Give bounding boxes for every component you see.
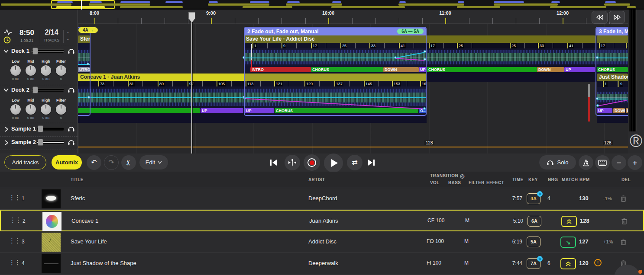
skip-to-end-button[interactable] <box>367 159 375 166</box>
track-row-1[interactable]: ⋮⋮ 1 Sferic DeepChord 7:57 4A 4 130 -1% <box>0 188 644 210</box>
drag-handle[interactable]: ⋮⋮ <box>10 216 21 224</box>
snap-playhead-button[interactable] <box>285 155 300 170</box>
bpm-value-label: 128 <box>424 141 434 145</box>
deck1-filter-knob[interactable]: Filter0 <box>54 59 68 81</box>
deck1-low-knob[interactable]: Low0 dB <box>8 59 23 81</box>
zoom-in-button[interactable]: + <box>628 155 642 170</box>
deck2-label[interactable]: Deck 2 <box>11 86 29 93</box>
automix-button[interactable]: Automix <box>52 155 82 169</box>
keyboard-shortcuts-button[interactable] <box>595 155 610 170</box>
knob-dial[interactable] <box>10 65 21 76</box>
trash-icon <box>620 238 627 246</box>
bpm-value: 120 <box>579 260 589 266</box>
deck2-mid-knob[interactable]: Mid0 dB <box>23 98 38 120</box>
headphones-icon[interactable] <box>68 48 75 54</box>
sample2-label[interactable]: Sample 2 <box>11 139 36 145</box>
record-button[interactable] <box>304 154 320 171</box>
track-row-2-selected[interactable]: ⋮⋮ 2 Concave 1 Juan Atkins CF 100 M 5:10… <box>0 210 644 231</box>
delete-button[interactable] <box>620 195 627 202</box>
transition1-key-badge[interactable]: 4A → <box>78 27 98 33</box>
chevron-right-icon[interactable] <box>4 127 8 132</box>
jump-forward-button[interactable] <box>609 11 625 24</box>
headphones-icon[interactable] <box>68 86 75 93</box>
headphones-icon[interactable] <box>68 139 75 145</box>
track-row-3[interactable]: ⋮⋮ 3 Save Your Life Addict Disc FO 100 M… <box>0 231 644 253</box>
transition-filter[interactable]: M <box>464 238 469 244</box>
drag-handle[interactable]: ⋮⋮ <box>9 194 20 201</box>
timeline-canvas[interactable]: 8:009:0010:0011:0012:00 Sfer Save Your L… <box>78 10 628 153</box>
delete-button[interactable] <box>621 217 628 225</box>
match-indicator[interactable] <box>561 216 577 227</box>
track-concave-title[interactable]: Concave 1 - Juan Atkins <box>78 74 244 81</box>
loop-button[interactable]: ⇄ <box>347 155 362 170</box>
minimap-transition-bar <box>494 1 524 3</box>
transition-block-3[interactable]: 3 Fade in, M <box>595 27 628 116</box>
transition-block-1[interactable] <box>78 27 91 116</box>
knob-dial[interactable] <box>26 104 36 115</box>
deck1-label[interactable]: Deck 1 <box>11 48 29 54</box>
match-indicator[interactable]: ↘ <box>560 237 576 248</box>
knob-dial[interactable] <box>41 104 51 115</box>
visibility-icon[interactable]: ◎ <box>460 173 465 179</box>
vertical-scrollbar[interactable] <box>629 10 637 131</box>
zoom-out-button[interactable]: − <box>612 155 626 170</box>
play-button[interactable] <box>324 153 343 173</box>
deck2-filter-knob[interactable]: Filter0 <box>54 98 68 120</box>
match-indicator[interactable] <box>560 258 576 269</box>
transition2-key-badge[interactable]: 6A — 5A <box>397 29 424 34</box>
headphones-icon[interactable] <box>68 125 75 132</box>
transition3-header[interactable]: 3 Fade in, M <box>596 28 628 35</box>
cut-button[interactable]: ✂ <box>121 155 136 170</box>
knob-dial[interactable] <box>26 65 36 76</box>
add-tracks-button[interactable]: Add tracks <box>4 155 46 169</box>
key-badge[interactable]: 5A <box>527 237 540 247</box>
deck2-volume-slider[interactable] <box>31 87 64 93</box>
section-marker[interactable]: CHORUS <box>427 67 537 72</box>
solo-button[interactable]: Solo <box>539 155 576 169</box>
chevron-down-icon[interactable] <box>3 88 9 92</box>
transition-filter[interactable]: M <box>464 260 469 266</box>
knob-dial[interactable] <box>56 104 66 115</box>
sample1-volume-slider[interactable] <box>36 126 64 132</box>
knob-dial[interactable] <box>56 65 66 76</box>
knob-dial[interactable] <box>41 65 51 76</box>
skip-to-start-button[interactable] <box>269 159 278 166</box>
key-badge[interactable]: 7A <box>527 258 540 269</box>
drag-handle[interactable]: ⋮⋮ <box>9 237 20 245</box>
deck1-volume-slider[interactable] <box>31 48 64 54</box>
sample1-label[interactable]: Sample 1 <box>11 125 36 132</box>
transition-vol[interactable]: FO 100 <box>427 238 444 244</box>
section-marker[interactable]: DOWN <box>537 67 564 72</box>
sample2-volume-slider[interactable] <box>36 139 64 145</box>
undo-button[interactable]: ↶ <box>87 155 101 170</box>
playhead[interactable] <box>191 13 192 153</box>
timeline-minimap[interactable] <box>0 0 644 10</box>
deck1-mid-knob[interactable]: Mid0 dB <box>23 59 38 81</box>
section-marker[interactable]: UP <box>564 67 595 72</box>
time-ruler[interactable]: 8:009:0010:0011:0012:00 <box>78 10 628 24</box>
deck2-high-knob[interactable]: High0 dB <box>39 98 53 120</box>
track-row-4[interactable]: ⋮⋮ 4 Just Shadow of the Shape Deeperwalk… <box>0 253 644 275</box>
deck2-low-knob[interactable]: Low0 dB <box>8 98 23 120</box>
transition-vol[interactable]: FI 100 <box>427 260 441 266</box>
ruler-minor-tick <box>469 18 469 24</box>
chevron-down-icon[interactable] <box>3 49 9 53</box>
transition-filter[interactable]: M <box>465 217 469 224</box>
deck1-high-knob[interactable]: High0 dB <box>39 59 53 81</box>
key-badge[interactable]: 6A <box>527 216 541 227</box>
jump-back-button[interactable] <box>592 11 608 24</box>
section-marker[interactable]: UP <box>201 108 243 113</box>
knob-dial[interactable] <box>10 104 21 115</box>
edit-menu-button[interactable]: Edit <box>139 155 168 169</box>
transition-block-2[interactable]: 2 Fade out, Fade out, Manual 6A — 5A <box>244 27 427 116</box>
delete-button[interactable] <box>620 238 627 246</box>
bpm-curve[interactable] <box>78 147 628 147</box>
headphones-icon <box>547 159 554 166</box>
redo-button[interactable]: ↷ <box>104 155 119 170</box>
metronome-button[interactable] <box>579 155 593 170</box>
transition-vol[interactable]: CF 100 <box>427 217 444 224</box>
chevron-right-icon[interactable] <box>4 140 8 145</box>
key-badge[interactable]: 4A <box>527 193 540 204</box>
section-marker[interactable] <box>78 108 200 113</box>
drag-handle[interactable]: ⋮⋮ <box>9 259 20 266</box>
